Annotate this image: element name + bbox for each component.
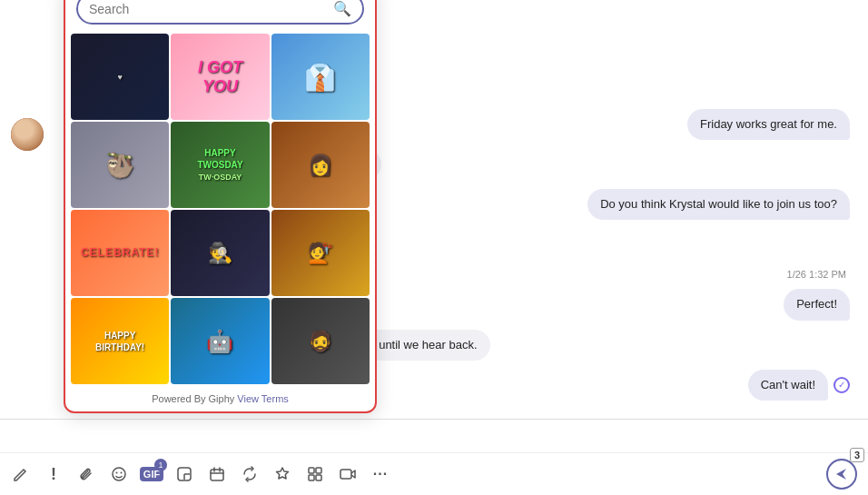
view-terms-link[interactable]: View Terms (237, 393, 288, 404)
format-icon[interactable] (11, 464, 31, 484)
toolbar: ! GIF 1 (0, 452, 868, 495)
gif-item[interactable]: I GOT YOU (171, 34, 269, 120)
gif-label: I GOT YOU (195, 58, 244, 96)
gif-badge: 1 (154, 459, 167, 471)
gif-item[interactable]: 💇 (271, 210, 370, 296)
praise-icon[interactable] (272, 464, 292, 484)
svg-point-0 (113, 468, 125, 480)
gif-label: 👩 (308, 153, 332, 177)
svg-rect-4 (211, 470, 223, 480)
loop-icon[interactable] (240, 464, 260, 484)
avatar-area (11, 118, 44, 151)
gif-picker-panel: 2 🔍 ♥ I GOT YOU 👔 🦥 HAPPYTWOSDAY (64, 0, 377, 413)
emoji-icon[interactable] (109, 464, 129, 484)
gif-label: 🦥 (105, 151, 134, 179)
gif-button[interactable]: GIF 1 (142, 464, 162, 484)
message-bubble: Can't wait! (748, 370, 828, 401)
message-text: Perfect! (796, 297, 837, 311)
gif-item[interactable]: 👩 (271, 122, 370, 208)
svg-rect-6 (316, 468, 321, 473)
gif-search-area: 🔍 (65, 0, 375, 30)
search-icon: 🔍 (333, 0, 351, 17)
gif-label: CELEBRATE! (81, 246, 159, 261)
send-button-area: 3 (826, 459, 857, 490)
message-text: Can't wait! (761, 378, 815, 391)
gif-item[interactable]: 🕵 (171, 210, 269, 296)
bottom-area: ! GIF 1 (0, 419, 868, 495)
svg-point-1 (116, 472, 118, 474)
gif-grid: ♥ I GOT YOU 👔 🦥 HAPPYTWOSDAYTW·OSDAY 👩 C… (65, 30, 375, 388)
gif-item[interactable]: 🦥 (71, 122, 169, 208)
message-bubble: Friday works great for me. (687, 109, 850, 140)
input-area (0, 420, 868, 452)
gif-item[interactable]: CELEBRATE! (71, 210, 169, 296)
gif-label: 💇 (308, 242, 332, 265)
gif-label: 👔 (304, 62, 336, 92)
app-container: Friday works great for me. I'll call and… (0, 0, 868, 495)
gif-item[interactable]: HAPPYBIRTHDAY! (71, 298, 169, 384)
gif-item[interactable]: 👔 (271, 34, 370, 120)
sticker-icon[interactable] (174, 464, 194, 484)
svg-rect-8 (316, 475, 321, 480)
message-timestamp: 1/26 1:32 PM (787, 269, 846, 280)
send-button[interactable] (826, 459, 857, 490)
svg-point-2 (121, 472, 123, 474)
svg-rect-7 (309, 475, 314, 480)
giphy-attribution: Powered By Giphy (152, 393, 234, 404)
message-bubble: Perfect! (784, 289, 850, 320)
exclamation-symbol: ! (51, 465, 56, 484)
avatar-image (11, 118, 44, 151)
gif-item[interactable]: 🤖 (171, 298, 269, 384)
gif-label: 🧔 (308, 330, 332, 353)
gif-search-input[interactable] (89, 2, 326, 16)
more-options-icon[interactable]: ··· (370, 464, 390, 484)
schedule-icon[interactable] (207, 464, 227, 484)
gif-item[interactable]: 🧔 (271, 298, 370, 384)
message-with-check: Can't wait! ✓ (748, 370, 850, 401)
message-text: Do you think Krystal would like to join … (600, 197, 837, 211)
svg-rect-5 (309, 468, 314, 473)
important-icon[interactable]: ! (44, 464, 64, 484)
message-text: Friday works great for me. (700, 117, 837, 131)
avatar (11, 118, 44, 151)
gif-footer: Powered By Giphy View Terms (65, 388, 375, 411)
gif-item[interactable]: ♥ (71, 34, 169, 120)
svg-rect-9 (340, 470, 351, 479)
read-receipt-icon: ✓ (833, 377, 850, 393)
gif-search-bar: 🔍 (76, 0, 364, 25)
ellipsis-symbol: ··· (373, 466, 388, 482)
stream-icon[interactable] (338, 464, 358, 484)
gif-item[interactable]: HAPPYTWOSDAYTW·OSDAY (171, 122, 269, 208)
gif-label: HAPPYTWOSDAYTW·OSDAY (197, 147, 242, 183)
gif-label: ♥ (117, 73, 122, 82)
apps-icon[interactable] (305, 464, 325, 484)
gif-label: 🕵 (208, 242, 232, 265)
attach-icon[interactable] (76, 464, 96, 484)
gif-label: 🤖 (206, 329, 233, 354)
gif-label: HAPPYBIRTHDAY! (95, 330, 144, 353)
message-bubble: Do you think Krystal would like to join … (587, 189, 850, 220)
send-badge: 3 (850, 448, 864, 462)
